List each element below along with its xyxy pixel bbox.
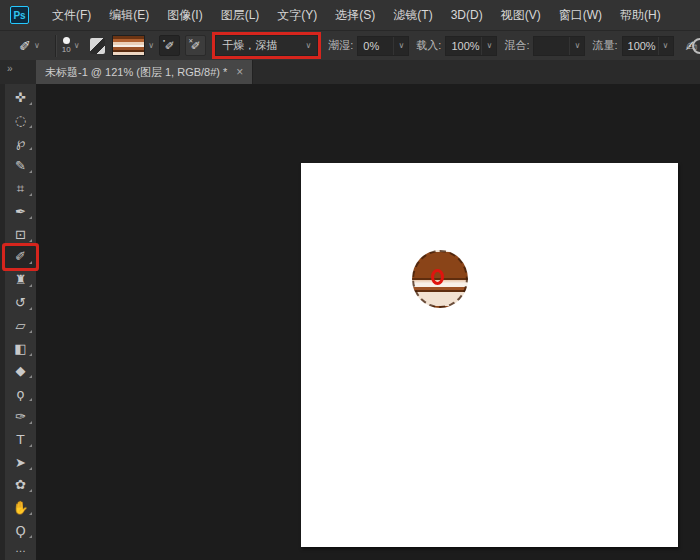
tool-icon: ✑ [15, 410, 26, 423]
tool-icon: ♜ [15, 273, 27, 286]
tool-icon: ➤ [15, 456, 26, 469]
button-mark: • [162, 37, 166, 44]
tool-icon: ◧ [14, 342, 26, 355]
chevron-down-icon: ∨ [658, 37, 673, 55]
tool-preset-picker[interactable]: ✐ ∨ [12, 34, 47, 58]
field-dropdown[interactable]: ∨ [533, 36, 585, 56]
tool-icon: ◌ [15, 114, 26, 127]
current-brush-load-picker[interactable]: ∨ [112, 35, 154, 56]
field-label: 混合: [504, 38, 529, 53]
tool-icon: ✐ [15, 250, 26, 263]
hand-tool[interactable]: ✋ [5, 496, 36, 519]
options-divider [55, 35, 56, 57]
brush-glyph-icon: ✐ [165, 39, 175, 53]
canvas[interactable] [301, 163, 678, 547]
tool-icon: ϙ [17, 387, 25, 400]
clone-stamp-tool[interactable]: ♜ [5, 268, 36, 291]
menu-item[interactable]: 3D(D) [442, 0, 492, 30]
field-dropdown[interactable]: 100% ∨ [445, 36, 497, 56]
brush-tip-dot [63, 37, 70, 44]
spot-healing-brush-tool[interactable]: ⊡ [5, 223, 36, 246]
collapse-panels-chevron-icon[interactable]: » [7, 63, 12, 74]
field-label: 载入: [416, 38, 441, 53]
brush-tip-preview: 10 [62, 37, 71, 54]
main-area: ✜ ◌ ℘ ✎ ⌗ ✒ [0, 84, 700, 560]
brush-combination-value: 干燥，深描 [222, 38, 302, 53]
mixer-field: 潮湿: 0% ∨ [328, 36, 409, 56]
mixer-field: 流量: 100% ∨ [592, 36, 673, 56]
menu-item[interactable]: 图像(I) [158, 0, 211, 30]
field-dropdown[interactable]: 0% ∨ [357, 36, 409, 56]
menu-items: 文件(F) 编辑(E) 图像(I) 图层(L) 文字(Y) 选择(S) 滤镜(T… [43, 0, 670, 30]
eyedropper-tool[interactable]: ✒ [5, 200, 36, 223]
tool-icon: ✒ [15, 205, 26, 218]
type-tool[interactable]: T [5, 428, 36, 451]
move-tool[interactable]: ✜ [5, 86, 36, 109]
chevron-down-icon: ∨ [74, 41, 80, 50]
photoshop-logo[interactable]: Ps [10, 6, 29, 24]
tool-icon: ▱ [16, 319, 26, 332]
current-brush-load-swatch [112, 35, 145, 56]
path-selection-tool[interactable]: ➤ [5, 451, 36, 474]
brush-size-picker[interactable]: 10 ∨ [62, 37, 80, 54]
brush-combination-dropdown[interactable]: 干燥，深描 ∨ [215, 35, 318, 56]
menu-item[interactable]: 帮助(H) [611, 0, 670, 30]
menu-item[interactable]: 文字(Y) [268, 0, 326, 30]
chevron-down-icon: ∨ [34, 41, 40, 50]
clean-brush-after-each-stroke-button[interactable]: ✕ ✐ [185, 35, 206, 56]
menu-item[interactable]: 选择(S) [326, 0, 384, 30]
crop-tool[interactable]: ⌗ [5, 177, 36, 200]
field-value: 0% [358, 40, 393, 52]
menu-item[interactable]: 视图(V) [492, 0, 550, 30]
tool-icon: ◆ [16, 364, 26, 377]
mixer-brush-fields: 潮湿: 0% ∨ 载入: 100% ∨ 混合: [328, 36, 680, 56]
tool-icon: ↺ [15, 296, 26, 309]
options-bar: ✐ ∨ 10 ∨ ∨ • ✐ ✕ ✐ [0, 30, 700, 60]
lasso-tool[interactable]: ℘ [5, 132, 36, 155]
pen-tool[interactable]: ✑ [5, 405, 36, 428]
history-brush-tool[interactable]: ↺ [5, 291, 36, 314]
menu-item[interactable]: 窗口(W) [550, 0, 611, 30]
document-tab[interactable]: 未标题-1 @ 121% (图层 1, RGB/8#) * × [36, 60, 253, 84]
gradient-tool[interactable]: ◧ [5, 337, 36, 360]
tool-icon: ✋ [12, 501, 28, 514]
tool-icon: ✿ [15, 478, 26, 491]
menu-bar: Ps 文件(F) 编辑(E) 图像(I) 图层(L) 文字(Y) 选择(S) 滤… [0, 0, 700, 30]
chevron-down-icon: ∨ [569, 37, 584, 55]
field-dropdown[interactable]: 100% ∨ [622, 36, 674, 56]
tool-icon: ⌗ [17, 182, 24, 195]
field-label: 流量: [592, 38, 617, 53]
zoom-tool[interactable]: Ϙ [5, 519, 36, 542]
dodge-tool[interactable]: ϙ [5, 382, 36, 405]
menu-item[interactable]: 滤镜(T) [384, 0, 441, 30]
menu-item[interactable]: 文件(F) [43, 0, 100, 30]
tool-icon: ✜ [15, 91, 26, 104]
quick-selection-tool[interactable]: ✎ [5, 154, 36, 177]
brush-sample-ring-icon [431, 269, 444, 285]
brush-load-buttons: • ✐ ✕ ✐ [154, 35, 206, 56]
photoshop-window: Ps 文件(F) 编辑(E) 图像(I) 图层(L) 文字(Y) 选择(S) 滤… [0, 0, 700, 560]
tab-bar: » 未标题-1 @ 121% (图层 1, RGB/8#) * × [0, 60, 700, 84]
tool-icon: ✎ [15, 159, 26, 172]
menu-item[interactable]: 图层(L) [212, 0, 269, 30]
tab-close-icon[interactable]: × [236, 65, 243, 79]
tool-icon: T [17, 433, 25, 446]
document-area [36, 84, 700, 560]
tools-panel: ✜ ◌ ℘ ✎ ⌗ ✒ [0, 84, 36, 560]
brush-settings-panel-toggle-button[interactable] [90, 38, 106, 54]
tool-icon: ℘ [16, 136, 25, 149]
load-brush-after-each-stroke-button[interactable]: • ✐ [159, 35, 180, 56]
mixer-field: 混合: ∨ [504, 36, 585, 56]
tool-icon: Ϙ [15, 524, 25, 537]
blur-tool[interactable]: ◆ [5, 360, 36, 383]
chevron-down-icon: ∨ [305, 41, 311, 50]
edit-toolbar-ellipsis[interactable]: … [5, 542, 36, 560]
elliptical-marquee-tool[interactable]: ◌ [5, 109, 36, 132]
menu-item[interactable]: 编辑(E) [100, 0, 158, 30]
mixer-brush-tool[interactable]: ✐ [5, 246, 36, 269]
tool-icon: ⊡ [15, 228, 26, 241]
chevron-down-icon: ∨ [481, 37, 496, 55]
button-mark: ✕ [188, 37, 193, 44]
eraser-tool[interactable]: ▱ [5, 314, 36, 337]
custom-shape-tool[interactable]: ✿ [5, 474, 36, 497]
